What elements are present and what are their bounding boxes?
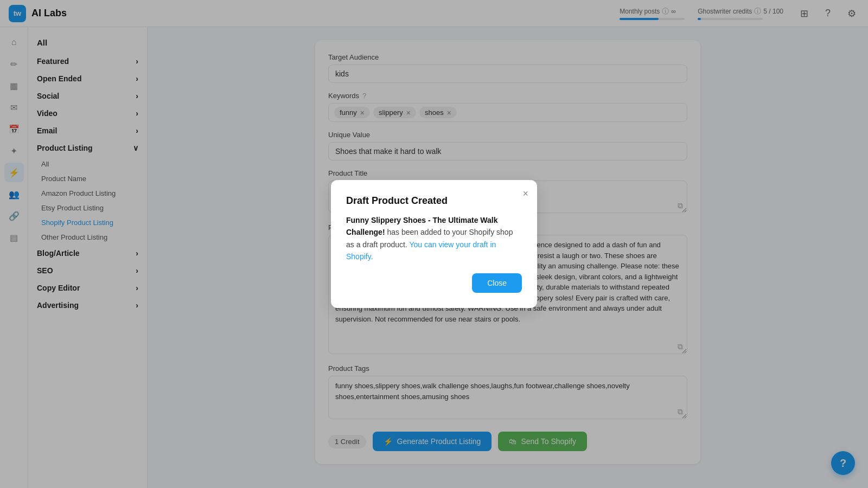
modal-close-button[interactable]: Close — [472, 273, 522, 293]
modal-title: Draft Product Created — [346, 195, 522, 207]
modal-body: Funny Slippery Shoes - The Ultimate Walk… — [346, 214, 522, 263]
draft-product-modal: × Draft Product Created Funny Slippery S… — [331, 180, 537, 309]
modal-close-x-button[interactable]: × — [522, 189, 528, 198]
modal-close-button-label: Close — [487, 279, 507, 287]
modal-footer: Close — [346, 273, 522, 293]
modal-overlay[interactable]: × Draft Product Created Funny Slippery S… — [0, 0, 868, 488]
